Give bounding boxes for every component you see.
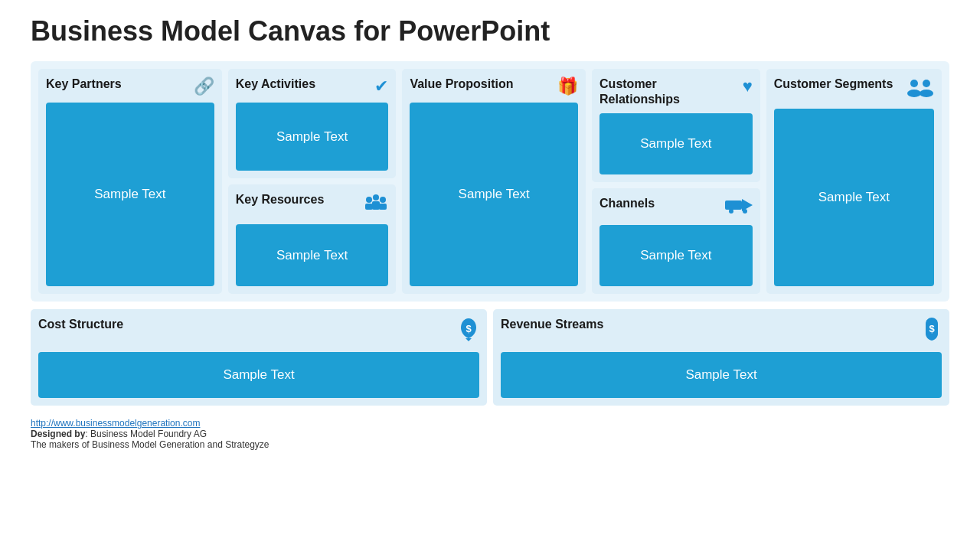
svg-point-8 xyxy=(729,209,733,214)
key-resources-section: Key Resources Sample Text xyxy=(228,184,397,294)
channels-section: Channels Sample Text xyxy=(592,188,760,294)
value-proposition-header: Value Proposition 🎁 xyxy=(410,77,578,96)
footer-link[interactable]: http://www.businessmodelgeneration.com xyxy=(31,418,200,429)
svg-point-1 xyxy=(373,194,379,201)
channels-sample: Sample Text xyxy=(599,225,753,286)
svg-rect-3 xyxy=(365,204,373,210)
value-proposition-icon: 🎁 xyxy=(557,77,578,96)
customer-relationships-sample: Sample Text xyxy=(599,113,753,174)
cost-structure-title: Cost Structure xyxy=(38,317,123,332)
value-proposition-section: Value Proposition 🎁 Sample Text xyxy=(402,69,586,294)
channels-icon xyxy=(725,196,753,219)
revenue-streams-title: Revenue Streams xyxy=(501,317,603,332)
footer-tagline: The makers of Business Model Generation … xyxy=(31,439,949,450)
footer-designed-by-value: Business Model Foundry AG xyxy=(90,429,207,439)
svg-point-2 xyxy=(380,197,386,203)
footer-designed-by-label: Designed by xyxy=(31,429,85,439)
svg-rect-6 xyxy=(725,201,742,210)
key-activities-sample: Sample Text xyxy=(236,103,389,171)
key-resources-sample: Sample Text xyxy=(236,224,389,286)
customer-relationships-section: Customer Relationships ♥ Sample Text xyxy=(592,69,760,182)
canvas-bottom: Cost Structure $ Sample Text Revenue Str… xyxy=(31,309,949,406)
key-activities-header: Key Activities ✔ xyxy=(236,77,389,96)
channels-header: Channels xyxy=(599,196,753,219)
key-activities-icon: ✔ xyxy=(374,77,388,96)
key-activities-title: Key Activities xyxy=(236,77,315,92)
customer-relationships-header: Customer Relationships ♥ xyxy=(599,77,753,107)
value-proposition-title: Value Proposition xyxy=(410,77,513,92)
svg-point-0 xyxy=(366,197,372,203)
page-title: Business Model Canvas for PowerPoint xyxy=(31,15,949,47)
revenue-streams-sample: Sample Text xyxy=(501,352,942,398)
key-resources-title: Key Resources xyxy=(236,192,325,207)
key-partners-icon: 🔗 xyxy=(194,77,214,96)
customer-segments-sample: Sample Text xyxy=(774,109,934,286)
revenue-streams-icon: $ xyxy=(922,317,942,346)
svg-point-9 xyxy=(743,209,747,214)
customer-relationships-icon: ♥ xyxy=(743,77,753,96)
key-partners-section: Key Partners 🔗 Sample Text xyxy=(38,69,222,294)
svg-point-12 xyxy=(907,90,921,97)
customer-rel-channels-col: Customer Relationships ♥ Sample Text Cha… xyxy=(592,69,760,294)
key-partners-title: Key Partners xyxy=(46,77,122,92)
customer-segments-section: Customer Segments Sample Text xyxy=(766,69,942,294)
revenue-streams-header: Revenue Streams $ xyxy=(501,317,942,346)
svg-rect-5 xyxy=(379,204,387,210)
customer-segments-icon xyxy=(906,77,934,103)
svg-text:$: $ xyxy=(929,323,935,334)
svg-point-11 xyxy=(923,80,930,87)
canvas-top: Key Partners 🔗 Sample Text Key Activitie… xyxy=(31,61,949,302)
cost-structure-section: Cost Structure $ Sample Text xyxy=(31,309,487,406)
svg-text:$: $ xyxy=(466,323,472,334)
key-resources-icon xyxy=(364,192,388,218)
value-proposition-sample: Sample Text xyxy=(410,103,578,286)
customer-segments-header: Customer Segments xyxy=(774,77,934,103)
cost-structure-icon: $ xyxy=(458,317,479,346)
cost-structure-sample: Sample Text xyxy=(38,352,479,398)
revenue-streams-section: Revenue Streams $ Sample Text xyxy=(493,309,949,406)
key-partners-header: Key Partners 🔗 xyxy=(46,77,214,96)
svg-point-13 xyxy=(920,90,933,97)
cost-structure-header: Cost Structure $ xyxy=(38,317,479,346)
key-activities-section: Key Activities ✔ Sample Text xyxy=(228,69,397,178)
channels-title: Channels xyxy=(599,196,655,211)
svg-rect-4 xyxy=(372,201,380,210)
footer: http://www.businessmodelgeneration.com D… xyxy=(31,418,949,450)
svg-point-10 xyxy=(910,80,918,87)
customer-relationships-title: Customer Relationships xyxy=(599,77,738,107)
key-resources-header: Key Resources xyxy=(236,192,389,218)
key-partners-sample: Sample Text xyxy=(46,103,214,286)
customer-segments-title: Customer Segments xyxy=(774,77,893,92)
svg-marker-7 xyxy=(742,199,753,211)
activities-resources-col: Key Activities ✔ Sample Text Key Resourc… xyxy=(228,69,397,294)
